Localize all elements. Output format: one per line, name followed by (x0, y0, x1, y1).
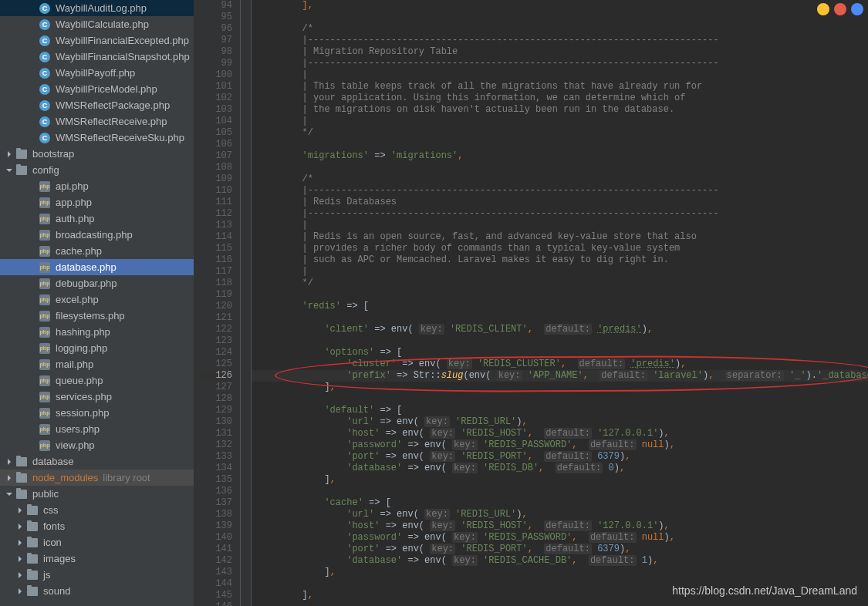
line-number[interactable]: 116 (194, 254, 232, 266)
code-line[interactable]: 'client' => env( key: 'REDIS_CLIENT', de… (252, 324, 868, 335)
tree-folder[interactable]: icon (0, 534, 194, 550)
line-number[interactable]: 105 (194, 127, 232, 139)
code-line[interactable]: | such as APC or Memcached. Laravel make… (252, 254, 868, 266)
tree-file[interactable]: CWaybillPriceModel.php (0, 81, 194, 97)
expand-arrow-icon[interactable] (15, 506, 25, 515)
code-line[interactable]: 'host' => env( key: 'REDIS_HOST', defaul… (252, 520, 868, 532)
code-editor[interactable]: ], /* |---------------------------------… (252, 0, 868, 606)
tree-file[interactable]: phpusers.php (0, 421, 194, 437)
code-line[interactable]: 'password' => env( key: 'REDIS_PASSWORD'… (252, 439, 868, 451)
code-line[interactable]: 'port' => env( key: 'REDIS_PORT', defaul… (252, 544, 868, 555)
line-number[interactable]: 109 (194, 173, 232, 185)
line-number[interactable]: 134 (194, 463, 232, 474)
line-number[interactable]: 104 (194, 116, 232, 127)
code-line[interactable]: /* (252, 173, 868, 185)
line-number[interactable]: 130 (194, 416, 232, 428)
expand-arrow-icon[interactable] (5, 457, 14, 466)
tree-folder[interactable]: config (0, 162, 194, 178)
tree-file[interactable]: CWMSReflectReceiveSku.php (0, 130, 194, 146)
tree-file[interactable]: phpexcel.php (0, 291, 194, 308)
code-line[interactable]: | (252, 69, 868, 81)
tree-file[interactable]: phpcache.php (0, 243, 194, 259)
code-line[interactable]: | Redis is an open source, fast, and adv… (252, 231, 868, 243)
line-number[interactable]: 110 (194, 185, 232, 197)
line-number[interactable]: 129 (194, 405, 232, 416)
code-line[interactable]: ], (252, 0, 868, 12)
line-number[interactable]: 107 (194, 150, 232, 162)
tree-file[interactable]: phpqueue.php (0, 372, 194, 389)
code-line[interactable]: |---------------------------------------… (252, 208, 868, 220)
code-line[interactable]: ], (252, 382, 868, 393)
line-number[interactable]: 137 (194, 497, 232, 509)
code-line[interactable]: |---------------------------------------… (252, 58, 868, 69)
code-line[interactable] (252, 12, 868, 23)
line-number[interactable]: 121 (194, 312, 232, 324)
line-number[interactable]: 98 (194, 46, 232, 58)
code-line[interactable]: |---------------------------------------… (252, 185, 868, 197)
line-number[interactable]: 117 (194, 266, 232, 278)
line-number[interactable]: 122 (194, 324, 232, 335)
line-number[interactable]: 114 (194, 231, 232, 243)
line-number[interactable]: 146 (194, 601, 232, 606)
collapse-arrow-icon[interactable] (5, 166, 14, 175)
code-line[interactable] (252, 335, 868, 347)
line-number[interactable]: 131 (194, 428, 232, 439)
expand-arrow-icon[interactable] (15, 554, 25, 564)
tree-file[interactable]: CWaybillFinancialExcepted.php (0, 32, 194, 49)
tree-folder[interactable]: database (0, 453, 194, 470)
code-line[interactable]: ], (252, 474, 868, 486)
code-line[interactable]: 'cluster' => env( key: 'REDIS_CLUSTER', … (252, 359, 868, 370)
expand-arrow-icon[interactable] (5, 473, 14, 483)
line-number[interactable]: 111 (194, 197, 232, 208)
code-line[interactable]: 'port' => env( key: 'REDIS_PORT', defaul… (252, 451, 868, 463)
project-tree[interactable]: CWaybillAuditLog.phpCWaybillCalculate.ph… (0, 0, 194, 606)
line-number[interactable]: 136 (194, 486, 232, 497)
code-line[interactable]: /* (252, 23, 868, 35)
tree-file[interactable]: phpview.php (0, 437, 194, 453)
line-number[interactable]: 128 (194, 393, 232, 405)
code-line[interactable]: 'redis' => [ (252, 301, 868, 312)
tree-file[interactable]: phpapi.php (0, 178, 194, 194)
tree-file[interactable]: phphashing.php (0, 324, 194, 340)
line-number[interactable]: 138 (194, 509, 232, 520)
code-line[interactable]: | the migrations on disk haven't actuall… (252, 104, 868, 116)
tree-file[interactable]: CWaybillAuditLog.php (0, 0, 194, 16)
line-number[interactable]: 108 (194, 162, 232, 173)
line-number[interactable]: 100 (194, 69, 232, 81)
line-number[interactable]: 123 (194, 335, 232, 347)
code-line[interactable] (252, 393, 868, 405)
code-line[interactable] (252, 139, 868, 150)
code-line[interactable]: 'cache' => [ (252, 497, 868, 509)
tree-file[interactable]: phpauth.php (0, 210, 194, 227)
code-line[interactable]: */ (252, 278, 868, 289)
code-line[interactable]: | (252, 220, 868, 231)
expand-arrow-icon[interactable] (15, 522, 25, 531)
tree-file[interactable]: phpdatabase.php (0, 259, 194, 275)
fold-column[interactable] (241, 0, 252, 606)
line-number[interactable]: 133 (194, 451, 232, 463)
tree-folder[interactable]: public (0, 486, 194, 502)
line-number[interactable]: 132 (194, 439, 232, 451)
expand-arrow-icon[interactable] (5, 150, 14, 159)
code-line[interactable]: | Redis Databases (252, 197, 868, 208)
code-line[interactable] (252, 289, 868, 301)
line-number[interactable]: 113 (194, 220, 232, 231)
code-line[interactable]: | (252, 116, 868, 127)
line-number[interactable]: 96 (194, 23, 232, 35)
line-number[interactable]: 103 (194, 104, 232, 116)
code-line[interactable]: 'migrations' => 'migrations', (252, 150, 868, 162)
expand-arrow-icon[interactable] (15, 571, 25, 580)
code-line[interactable] (252, 162, 868, 173)
code-line[interactable]: |---------------------------------------… (252, 35, 868, 46)
line-number[interactable]: 95 (194, 12, 232, 23)
line-number[interactable]: 115 (194, 243, 232, 254)
code-line[interactable]: 'database' => env( key: 'REDIS_DB', defa… (252, 463, 868, 474)
line-number[interactable]: 120 (194, 301, 232, 312)
tree-file[interactable]: phpbroadcasting.php (0, 227, 194, 243)
tree-file[interactable]: CWaybillCalculate.php (0, 16, 194, 32)
code-line[interactable]: 'host' => env( key: 'REDIS_HOST', defaul… (252, 428, 868, 439)
tree-file[interactable]: CWaybillPayoff.php (0, 65, 194, 81)
line-number[interactable]: 144 (194, 578, 232, 590)
tree-folder[interactable]: fonts (0, 518, 194, 534)
line-number[interactable]: 101 (194, 81, 232, 93)
